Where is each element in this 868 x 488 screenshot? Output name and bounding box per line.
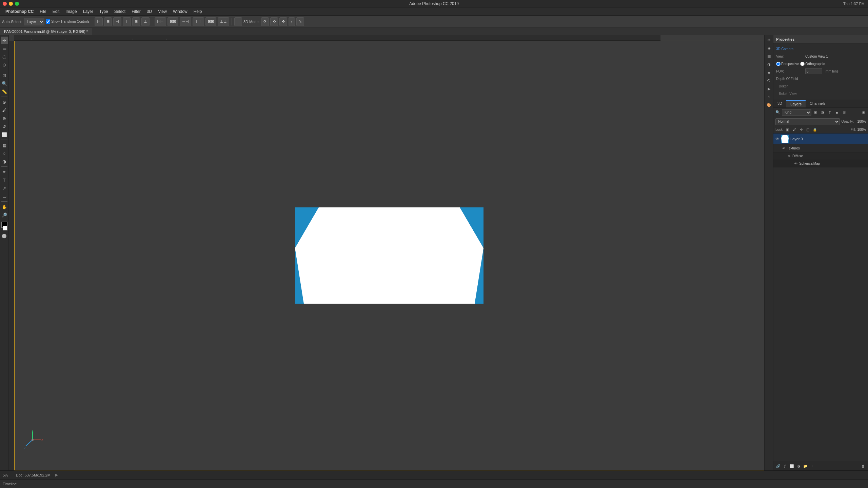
eraser-tool[interactable]: ⬜ <box>1 131 8 138</box>
dist-right-button[interactable]: ⊣⊣ <box>180 17 191 26</box>
lock-artboard-icon[interactable]: ◫ <box>805 127 811 133</box>
adjustments-icon-btn[interactable]: ◑ <box>766 61 772 68</box>
3d-scale-mode[interactable]: ⤡ <box>296 17 304 26</box>
canvas-image[interactable] <box>295 207 484 304</box>
background-color[interactable] <box>3 226 7 230</box>
fov-input[interactable] <box>805 68 822 74</box>
menu-file[interactable]: File <box>37 8 49 15</box>
lock-all-icon[interactable]: 🔒 <box>812 127 817 133</box>
sphericalmap-visibility-eye[interactable]: 👁 <box>794 162 798 166</box>
lock-position-icon[interactable]: ✛ <box>798 127 804 133</box>
lock-transparent-icon[interactable]: ▣ <box>785 127 790 133</box>
shape-tool[interactable]: ▭ <box>1 192 8 200</box>
align-right-button[interactable]: ⊣ <box>113 17 121 26</box>
new-fill-button[interactable]: ◑ <box>796 464 801 469</box>
menu-image[interactable]: Image <box>63 8 79 15</box>
layer0-visibility-eye[interactable]: 👁 <box>775 137 780 141</box>
dist-bottom-button[interactable]: ⊥⊥ <box>218 17 229 26</box>
menu-window[interactable]: Window <box>170 8 190 15</box>
mac-window-controls[interactable] <box>3 2 19 6</box>
gradient-tool[interactable]: ▦ <box>1 141 8 149</box>
dist-left-button[interactable]: ⊢⊢ <box>155 17 166 26</box>
ruler-tool[interactable]: 📏 <box>1 88 8 95</box>
textures-visibility-eye[interactable]: 👁 <box>782 146 786 150</box>
dist-top-button[interactable]: ⊤⊤ <box>193 17 204 26</box>
add-mask-button[interactable]: ⬜ <box>789 464 794 469</box>
menu-layer[interactable]: Layer <box>80 8 96 15</box>
menu-3d[interactable]: 3D <box>144 8 155 15</box>
brush-tool[interactable]: 🖌 <box>1 106 8 114</box>
3d-rotate-mode[interactable]: ⟳ <box>261 17 269 26</box>
align-center-v-button[interactable]: ⊞ <box>132 17 140 26</box>
align-center-h-button[interactable]: ⊟ <box>104 17 112 26</box>
adjustment-filter-icon[interactable]: ◑ <box>820 109 826 116</box>
menu-filter[interactable]: Filter <box>129 8 143 15</box>
perspective-radio[interactable] <box>776 62 781 66</box>
tab-channels[interactable]: Channels <box>806 100 829 107</box>
new-group-button[interactable]: 📁 <box>803 464 808 469</box>
properties-icon-btn[interactable]: ⚙ <box>766 37 772 43</box>
kind-filter-icon[interactable]: 🔍 <box>775 109 781 116</box>
link-layers-button[interactable]: 🔗 <box>775 464 781 469</box>
align-left-button[interactable]: ⊢ <box>95 17 103 26</box>
menu-select[interactable]: Select <box>112 8 128 15</box>
layer-sub-textures[interactable]: 👁 Textures <box>773 144 868 152</box>
shape-filter-icon[interactable]: ■ <box>834 109 840 116</box>
menu-view[interactable]: View <box>155 8 170 15</box>
align-top-button[interactable]: ⊤ <box>123 17 131 26</box>
dist-center-v-button[interactable]: ⊞⊞ <box>205 17 216 26</box>
eyedropper-tool[interactable]: 🔍 <box>1 80 8 87</box>
3d-pan-mode[interactable]: ✥ <box>279 17 287 26</box>
3d-materials-icon-btn[interactable]: ◈ <box>766 45 772 52</box>
canvas-area[interactable]: X Y Z <box>9 35 764 470</box>
color-icon-btn[interactable]: 🎨 <box>766 102 772 108</box>
crop-tool[interactable]: ⊡ <box>1 72 8 79</box>
tab-layers[interactable]: Layers <box>786 100 806 107</box>
blend-mode-dropdown[interactable]: Normal Dissolve Multiply Screen Overlay <box>775 118 840 125</box>
marquee-tool[interactable]: ▭ <box>1 45 8 52</box>
maximize-button[interactable] <box>15 2 19 6</box>
align-bottom-button[interactable]: ⊥ <box>141 17 150 26</box>
add-style-button[interactable]: ƒ <box>782 464 788 469</box>
3d-slide-mode[interactable]: ↕ <box>289 17 295 26</box>
delete-layer-button[interactable]: 🗑 <box>861 464 866 469</box>
menu-edit[interactable]: Edit <box>50 8 62 15</box>
orthographic-radio[interactable] <box>800 62 805 66</box>
blur-tool[interactable]: ○ <box>1 149 8 157</box>
orthographic-option[interactable]: Orthographic <box>800 62 825 66</box>
actions-icon-btn[interactable]: ▶ <box>766 85 772 92</box>
show-transform-checkbox[interactable] <box>46 19 50 24</box>
perspective-option[interactable]: Perspective <box>776 62 799 66</box>
quick-mask-tool[interactable]: ⬤ <box>1 232 8 239</box>
smart-filter-icon[interactable]: ⊞ <box>841 109 847 116</box>
kind-dropdown[interactable]: Kind Name Effect Mode Attribute Color Sm… <box>782 109 811 116</box>
history-brush-tool[interactable]: ↺ <box>1 123 8 130</box>
layer-sub-diffuse[interactable]: 👁 Diffuse <box>773 152 868 160</box>
layer-sub-sphericalmap[interactable]: 👁 SphericalMap <box>773 160 868 167</box>
new-layer-button[interactable]: + <box>809 464 815 469</box>
dist-center-h-button[interactable]: ⊟⊟ <box>167 17 178 26</box>
lock-image-icon[interactable]: 🖌 <box>792 127 797 133</box>
info-icon-btn[interactable]: ℹ <box>766 94 772 100</box>
lasso-tool[interactable]: ◌ <box>1 53 8 60</box>
show-transform-label[interactable]: Show Transform Controls <box>46 19 90 24</box>
type-tool[interactable]: T <box>1 176 8 184</box>
filter-toggle-icon[interactable]: ◉ <box>861 109 867 116</box>
more-button[interactable]: ··· <box>234 17 242 26</box>
styles-icon-btn[interactable]: ★ <box>766 69 772 76</box>
pen-tool[interactable]: ✒ <box>1 168 8 176</box>
layers-icon-btn[interactable]: ▤ <box>766 53 772 60</box>
dodge-tool[interactable]: ◑ <box>1 158 8 165</box>
tab-3d[interactable]: 3D <box>773 100 786 107</box>
close-button[interactable] <box>3 2 7 6</box>
diffuse-visibility-eye[interactable]: 👁 <box>787 154 791 158</box>
history-icon-btn[interactable]: ⏱ <box>766 77 772 84</box>
pixel-filter-icon[interactable]: ▣ <box>812 109 818 116</box>
menu-help[interactable]: Help <box>191 8 205 15</box>
menu-type[interactable]: Type <box>97 8 111 15</box>
hand-tool[interactable]: ✋ <box>1 203 8 210</box>
type-filter-icon[interactable]: T <box>827 109 833 116</box>
zoom-tool[interactable]: 🔎 <box>1 211 8 219</box>
document-tab-1[interactable]: PANO0001 Panorama.tif @ 5% (Layer 0, RGB… <box>0 28 92 35</box>
clone-tool[interactable]: ⊕ <box>1 115 8 122</box>
